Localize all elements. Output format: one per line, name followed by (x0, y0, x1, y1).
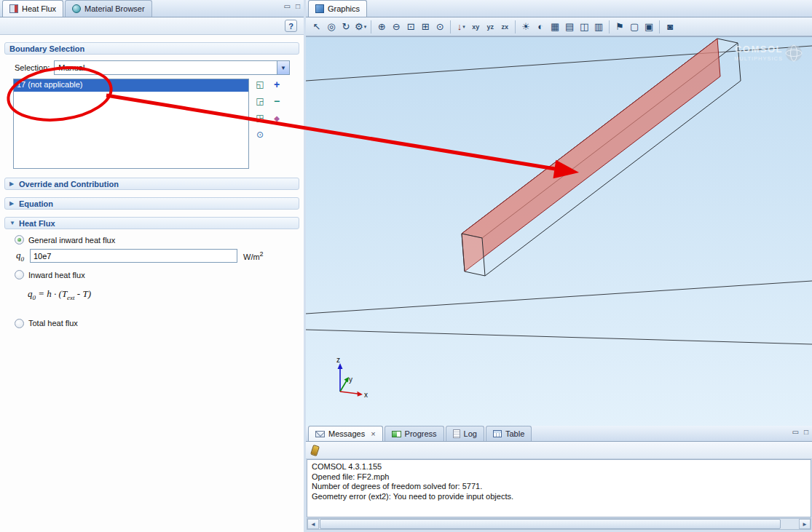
scrollbar-track[interactable] (319, 519, 799, 529)
tab-heat-flux[interactable]: Heat Flux (2, 0, 63, 17)
image-export-icon[interactable]: ▣ (642, 20, 656, 34)
environment-icon[interactable]: ▥ (591, 20, 606, 34)
toolbar-separator (371, 20, 371, 33)
view-zx-icon[interactable]: zx (497, 20, 512, 34)
minimize-pane-icon[interactable]: ▭ (284, 2, 291, 10)
section-override-contribution[interactable]: ▶ Override and Contribution (4, 178, 299, 190)
radio-label: Inward heat flux (28, 271, 85, 279)
remove-from-selection-icon[interactable]: − (271, 95, 283, 107)
maximize-pane-icon[interactable]: □ (804, 428, 808, 436)
beam-end-face[interactable] (462, 234, 485, 276)
log-icon (453, 429, 460, 438)
list-item[interactable]: 17 (not applicable) (14, 79, 248, 92)
section-title: Heat Flux (19, 219, 55, 228)
refresh-icon[interactable]: ↻ (339, 20, 353, 34)
toolbar-separator (659, 20, 660, 33)
default-view-icon[interactable]: ↓▾ (454, 20, 468, 34)
copy-selection-icon[interactable]: ◱ (254, 79, 266, 90)
close-tab-icon[interactable]: × (371, 429, 375, 438)
toolbar-separator (609, 20, 610, 33)
comsol-watermark: COMSOL MULTIPHYSICS (734, 44, 802, 62)
horizontal-scrollbar[interactable]: ◄ ► (307, 518, 811, 530)
boundary-selection-list[interactable]: 17 (not applicable) (13, 79, 249, 169)
zoom-box-icon[interactable]: ⊡ (403, 20, 418, 34)
toolbar-separator (515, 20, 516, 33)
radio-general-inward-heat-flux[interactable] (15, 235, 24, 245)
tab-table-label: Table (505, 429, 524, 438)
toolbar-separator (450, 20, 451, 33)
selection-dropdown[interactable]: Manual ▼ (54, 60, 290, 75)
axis-x-label: x (364, 391, 368, 399)
radio-total-heat-flux[interactable] (15, 319, 24, 328)
add-to-selection-icon[interactable]: + (271, 79, 283, 90)
paste-selection-icon[interactable]: ◲ (254, 95, 266, 107)
collapsed-arrow-icon: ▶ (9, 180, 15, 187)
clear-selection-icon[interactable]: ◳ (254, 112, 266, 124)
wireframe-icon[interactable]: ▦ (548, 20, 562, 34)
zoom-in-icon[interactable]: ⊕ (374, 20, 389, 34)
heat-flux-equation: q0 = h · (Text - T) (28, 288, 304, 301)
tab-progress-label: Progress (405, 429, 437, 438)
scene-light-icon[interactable]: ☀ (519, 20, 533, 34)
view-settings-icon[interactable]: ⚙▾ (353, 20, 368, 34)
help-button[interactable]: ? (285, 20, 297, 32)
zoom-out-icon[interactable]: ⊖ (389, 20, 403, 34)
scrollbar-thumb[interactable] (320, 519, 781, 529)
tab-graphics[interactable]: Graphics (308, 0, 367, 17)
maximize-pane-icon[interactable]: □ (296, 2, 300, 10)
graphics-toolbar: ↖ ◎ ↻ ⚙▾ ⊕ ⊖ ⊡ ⊞ ⊙ ↓▾ xy yz zx ☀ ◐ ▦ ▤ ◫… (306, 17, 812, 36)
progress-icon (392, 431, 401, 437)
zoom-to-selection-icon[interactable]: ⊙ (254, 129, 266, 140)
visibility-icon[interactable]: ◎ (324, 20, 339, 34)
deselect-box-icon[interactable]: ▢ (627, 20, 642, 34)
caret-icon: ▾ (364, 24, 367, 30)
snapshot-icon[interactable]: ◙ (663, 20, 677, 34)
scroll-left-icon[interactable]: ◄ (307, 519, 319, 529)
settings-pane: Heat Flux Material Browser ▭ □ ? Boundar… (0, 0, 304, 532)
radio-inward-heat-flux[interactable] (15, 270, 24, 279)
q0-symbol: q0 (16, 250, 24, 263)
selection-label: Selection: (15, 63, 50, 72)
tab-table[interactable]: Table (486, 426, 532, 441)
create-selection-icon[interactable]: ◆ (271, 112, 283, 124)
section-title: Boundary Selection (9, 44, 84, 53)
quality-icon[interactable]: ▤ (562, 20, 577, 34)
section-heat-flux[interactable]: ▼ Heat Flux (4, 217, 299, 229)
orthographic-icon[interactable]: ◫ (577, 20, 591, 34)
transparency-icon[interactable]: ◐ (533, 20, 548, 34)
view-xy-icon[interactable]: xy (468, 20, 483, 34)
section-boundary-selection[interactable]: Boundary Selection (4, 42, 299, 55)
svg-text:COMSOL: COMSOL (735, 44, 783, 55)
heat-flux-icon (9, 4, 18, 13)
tab-material-browser[interactable]: Material Browser (65, 0, 152, 17)
q0-unit: W/m2 (243, 250, 264, 261)
messages-icon (315, 431, 325, 437)
messages-pane: Messages × Progress Log Table ▭ □ (306, 426, 812, 532)
tab-messages[interactable]: Messages × (308, 426, 383, 441)
select-pointer-icon[interactable]: ↖ (310, 20, 324, 34)
messages-content: COMSOL 4.3.1.155 Opened file: FF2.mph Nu… (307, 459, 811, 517)
section-equation[interactable]: ▶ Equation (4, 197, 299, 210)
svg-text:MULTIPHYSICS: MULTIPHYSICS (734, 55, 783, 62)
graphics-pane: Graphics ↖ ◎ ↻ ⚙▾ ⊕ ⊖ ⊡ ⊞ ⊙ ↓▾ xy yz zx … (306, 0, 812, 532)
tab-progress[interactable]: Progress (385, 426, 444, 441)
tab-messages-label: Messages (328, 429, 365, 438)
select-box-icon[interactable]: ⚑ (612, 20, 627, 34)
material-browser-icon (72, 4, 81, 13)
selection-dropdown-value: Manual (55, 63, 277, 72)
settings-content: Boundary Selection Selection: Manual ▼ 1… (0, 35, 304, 532)
dropdown-caret-icon[interactable]: ▼ (277, 61, 289, 74)
zoom-extents-icon[interactable]: ⊞ (418, 20, 433, 34)
view-yz-icon[interactable]: yz (483, 20, 497, 34)
tab-log-label: Log (464, 429, 477, 438)
q0-input[interactable] (30, 249, 237, 263)
radio-label: General inward heat flux (28, 236, 115, 245)
tab-log[interactable]: Log (446, 426, 484, 441)
canvas-background (306, 37, 812, 426)
settings-tabbar: Heat Flux Material Browser ▭ □ (0, 0, 304, 17)
zoom-selected-icon[interactable]: ⊙ (433, 20, 447, 34)
graphics-canvas[interactable]: COMSOL MULTIPHYSICS z y x (306, 36, 812, 426)
minimize-pane-icon[interactable]: ▭ (792, 428, 799, 436)
scroll-right-icon[interactable]: ► (799, 519, 811, 529)
clear-messages-icon[interactable] (310, 444, 320, 456)
